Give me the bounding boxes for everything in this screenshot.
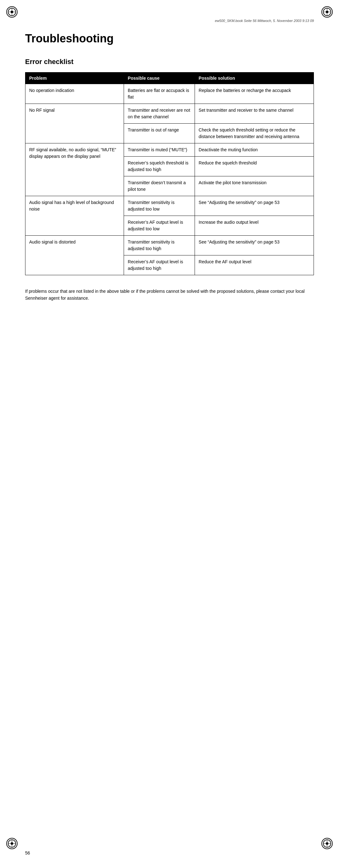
solution-cell: Check the squelch threshold setting or r… xyxy=(195,124,314,144)
cause-cell: Transmitter is muted (“MUTE”) xyxy=(124,144,195,157)
problem-cell: Audio signal is distorted xyxy=(25,236,124,275)
cause-cell: Transmitter sensitivity is adjusted too … xyxy=(124,196,195,216)
solution-cell: Increase the audio output level xyxy=(195,216,314,236)
corner-mark-bl xyxy=(6,838,18,849)
solution-cell: Activate the pilot tone transmission xyxy=(195,176,314,196)
problem-cell: RF signal available, no audio signal, “M… xyxy=(25,144,124,196)
table-row: RF signal available, no audio signal, “M… xyxy=(25,144,314,157)
table-row: Audio signal is distorted Transmitter se… xyxy=(25,236,314,255)
cause-cell: Transmitter and receiver are not on the … xyxy=(124,104,195,124)
page-header: ew500_SKM.book Seite 56 Mittwoch, 5. Nov… xyxy=(25,19,314,23)
solution-cell: Deactivate the muting function xyxy=(195,144,314,157)
problem-cell: Audio signal has a high level of backgro… xyxy=(25,196,124,236)
table-row: No RF signal Transmitter and receiver ar… xyxy=(25,104,314,124)
page-number: 56 xyxy=(25,850,30,856)
col-header-solution: Possible solution xyxy=(195,72,314,84)
cause-cell: Batteries are flat or accupack is flat xyxy=(124,84,195,104)
cause-cell: Receiver’s squelch threshold is adjusted… xyxy=(124,157,195,176)
col-header-cause: Possible cause xyxy=(124,72,195,84)
section-title: Error checklist xyxy=(25,58,314,66)
solution-cell: Reduce the AF output level xyxy=(195,255,314,275)
cause-cell: Receiver’s AF output level is adjusted t… xyxy=(124,216,195,236)
solution-cell: Reduce the squelch threshold xyxy=(195,157,314,176)
page-title: Troubleshooting xyxy=(25,32,314,45)
footer-text: If problems occur that are not listed in… xyxy=(25,288,314,302)
table-row: No operation indication Batteries are fl… xyxy=(25,84,314,104)
solution-cell: Replace the batteries or recharge the ac… xyxy=(195,84,314,104)
table-row: Audio signal has a high level of backgro… xyxy=(25,196,314,216)
problem-cell: No RF signal xyxy=(25,104,124,144)
cause-cell: Receiver’s AF output level is adjusted t… xyxy=(124,255,195,275)
problem-cell: No operation indication xyxy=(25,84,124,104)
error-checklist-table: Problem Possible cause Possible solution… xyxy=(25,72,314,275)
corner-mark-tl xyxy=(6,6,18,18)
solution-cell: Set transmitter and receiver to the same… xyxy=(195,104,314,124)
col-header-problem: Problem xyxy=(25,72,124,84)
cause-cell: Transmitter is out of range xyxy=(124,124,195,144)
solution-cell: See “Adjusting the sensitivity” on page … xyxy=(195,196,314,216)
corner-mark-br xyxy=(321,838,333,849)
cause-cell: Transmitter doesn’t transmit a pilot ton… xyxy=(124,176,195,196)
cause-cell: Transmitter sensitivity is adjusted too … xyxy=(124,236,195,255)
solution-cell: See “Adjusting the sensitivity” on page … xyxy=(195,236,314,255)
header-text: ew500_SKM.book Seite 56 Mittwoch, 5. Nov… xyxy=(215,19,314,23)
corner-mark-tr xyxy=(321,6,333,18)
